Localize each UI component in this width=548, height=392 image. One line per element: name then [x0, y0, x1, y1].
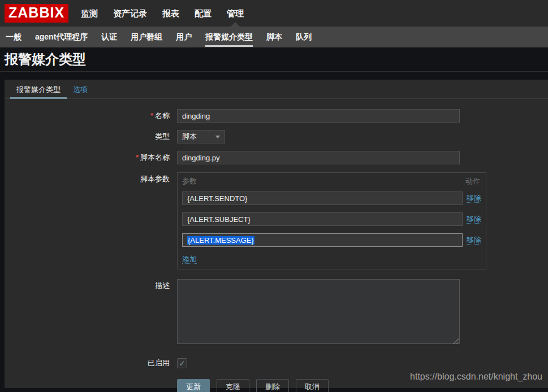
subnav-item-queue[interactable]: 队列	[296, 27, 312, 47]
subnav-item-general[interactable]: 一般	[6, 27, 21, 47]
script-name-label: *脚本名称	[5, 151, 177, 164]
subnav-item-users[interactable]: 用户	[176, 27, 192, 47]
active-menu-caret-icon	[231, 22, 240, 27]
type-label: 类型	[5, 130, 177, 143]
topnav-item-monitoring[interactable]: 监测	[81, 0, 98, 27]
chevron-down-icon	[215, 136, 220, 138]
top-navigation-bar: ZABBIX 监测 资产记录 报表 配置 管理	[0, 0, 548, 27]
script-params-table: 参数 动作 移除 移除 {ALERT.MESSAGE} 移除 添加	[177, 172, 486, 269]
topnav-item-reports[interactable]: 报表	[162, 0, 179, 27]
clone-button[interactable]: 克隆	[217, 379, 249, 392]
type-label-text: 类型	[155, 132, 170, 141]
param-column-header: 参数	[182, 176, 197, 186]
description-textarea-wrap	[177, 279, 460, 346]
description-label-text: 描述	[155, 281, 170, 290]
buttons-spacer	[5, 379, 177, 392]
form-row-description: 描述	[5, 279, 548, 346]
selected-text: {ALERT.MESSAGE}	[187, 236, 254, 245]
remove-param-link[interactable]: 移除	[467, 236, 481, 245]
topnav-item-administration[interactable]: 管理	[227, 0, 244, 27]
param-input-message[interactable]: {ALERT.MESSAGE}	[182, 233, 463, 247]
form-row-type: 类型 脚本	[5, 130, 548, 143]
form-row-name: *名称	[5, 109, 548, 123]
top-menu: 监测 资产记录 报表 配置 管理	[81, 0, 259, 27]
subnav-item-authentication[interactable]: 认证	[101, 27, 117, 47]
script-params-header: 参数 动作	[182, 176, 481, 186]
topnav-item-configuration[interactable]: 配置	[195, 0, 212, 27]
script-params-label-text: 脚本参数	[140, 175, 170, 183]
description-textarea[interactable]	[177, 279, 460, 344]
subnav-item-scripts[interactable]: 脚本	[266, 27, 282, 47]
topnav-item-inventory[interactable]: 资产记录	[113, 0, 147, 27]
required-asterisk: *	[150, 111, 153, 120]
content-container: 报警媒介类型 选项 *名称 类型 脚本 *脚本名称 脚本参数 参数 动作	[5, 80, 548, 388]
remove-param-link[interactable]: 移除	[467, 215, 481, 224]
tab-bar: 报警媒介类型 选项	[5, 80, 548, 99]
enabled-checkbox[interactable]: ✓	[177, 358, 187, 368]
update-button[interactable]: 更新	[177, 379, 210, 392]
form-row-enabled: 已启用 ✓	[5, 356, 548, 370]
script-name-input[interactable]	[177, 151, 460, 164]
add-param-link[interactable]: 添加	[182, 255, 197, 264]
topnav-item-administration-label: 管理	[227, 8, 244, 18]
zabbix-logo[interactable]: ZABBIX	[5, 4, 68, 23]
sub-navigation-bar: 一般 agent代理程序 认证 用户群组 用户 报警媒介类型 脚本 队列	[0, 27, 548, 47]
subnav-item-user-groups[interactable]: 用户群组	[131, 27, 162, 47]
cancel-button[interactable]: 取消	[296, 379, 329, 392]
page-title: 报警媒介类型	[5, 50, 86, 68]
param-row: 移除	[182, 212, 481, 226]
param-input-subject[interactable]	[182, 212, 463, 226]
watermark-url: https://blog.csdn.net/knight_zhou	[410, 372, 542, 382]
type-select-value: 脚本	[182, 132, 215, 142]
name-label: *名称	[5, 109, 177, 123]
page-header: 报警媒介类型	[0, 47, 548, 72]
form-row-script-params: 脚本参数 参数 动作 移除 移除 {ALERT.MESSAGE}	[5, 172, 548, 269]
script-params-label: 脚本参数	[5, 172, 177, 269]
remove-param-link[interactable]: 移除	[467, 194, 481, 203]
description-label: 描述	[5, 279, 177, 346]
enabled-label-text: 已启用	[148, 359, 170, 367]
required-asterisk: *	[136, 153, 139, 162]
subnav-item-media-types[interactable]: 报警媒介类型	[205, 27, 253, 47]
media-type-form: *名称 类型 脚本 *脚本名称 脚本参数 参数 动作 移除	[5, 99, 548, 392]
action-column-header: 动作	[465, 176, 480, 186]
form-row-script-name: *脚本名称	[5, 151, 548, 164]
tab-options[interactable]: 选项	[67, 81, 94, 98]
name-label-text: 名称	[155, 111, 170, 120]
type-select[interactable]: 脚本	[177, 130, 225, 143]
delete-button[interactable]: 删除	[256, 379, 289, 392]
param-row: {ALERT.MESSAGE} 移除	[182, 233, 481, 247]
script-name-label-text: 脚本名称	[140, 153, 170, 162]
enabled-label: 已启用	[5, 356, 177, 370]
tab-media-type[interactable]: 报警媒介类型	[10, 81, 67, 98]
name-input[interactable]	[177, 109, 460, 123]
param-row: 移除	[182, 191, 481, 205]
param-input-sendto[interactable]	[182, 191, 463, 205]
subnav-item-proxies[interactable]: agent代理程序	[35, 27, 88, 47]
